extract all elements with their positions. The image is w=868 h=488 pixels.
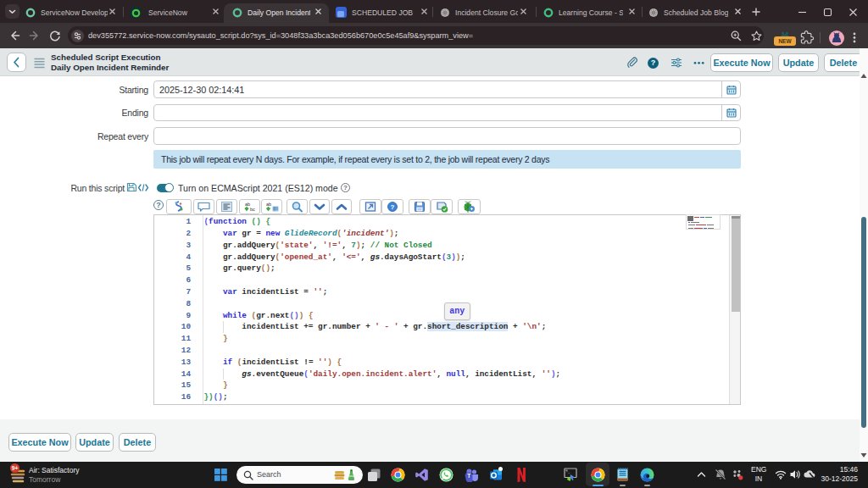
svg-text:>_: >_ <box>565 469 570 474</box>
svg-text:ab: ab <box>266 202 271 207</box>
svg-text:T: T <box>467 473 470 479</box>
svg-text:?: ? <box>391 203 395 211</box>
svg-text:bc: bc <box>250 207 255 212</box>
svg-text:ab: ab <box>245 202 250 207</box>
